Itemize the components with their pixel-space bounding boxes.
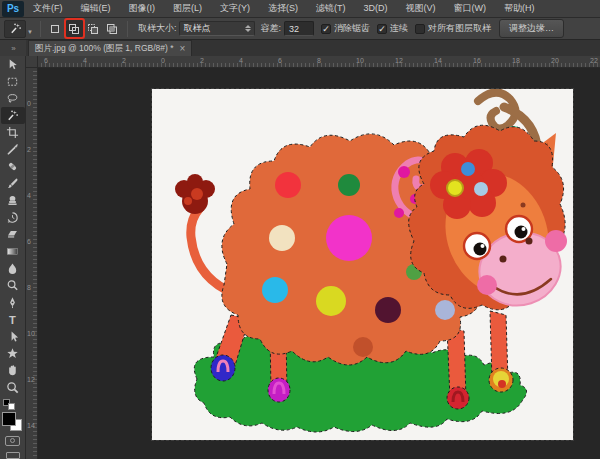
ruler-label: 12: [27, 376, 35, 383]
tool-magic-wand[interactable]: [1, 107, 25, 124]
contiguous-label: 连续: [390, 22, 408, 35]
document-tab[interactable]: 图片.jpg @ 100% (图层 1, RGB/8#) * ×: [28, 40, 192, 56]
ruler-label: 0: [161, 57, 165, 64]
screen-mode-icon[interactable]: [6, 452, 20, 459]
ruler-label: 6: [44, 57, 48, 64]
contiguous-checkbox[interactable]: ✓: [377, 24, 387, 34]
tool-lasso[interactable]: [1, 90, 25, 107]
polka-dot: [262, 277, 288, 303]
toolbar-collapse-button[interactable]: »: [0, 40, 26, 56]
ruler-label: 2: [27, 146, 31, 153]
menu-y[interactable]: 文字(Y): [211, 0, 259, 17]
separator: [127, 21, 128, 37]
ruler-label: 10: [356, 57, 364, 64]
anti-alias-checkbox[interactable]: ✓: [321, 24, 331, 34]
separator: [40, 21, 41, 37]
sample-all-layers-label: 对所有图层取样: [428, 22, 491, 35]
flower-dot-yellow: [447, 180, 463, 196]
tool-dodge[interactable]: [1, 277, 25, 294]
tool-hand[interactable]: [1, 362, 25, 379]
tool-eyedropper[interactable]: [1, 141, 25, 158]
ruler-label: 8: [27, 284, 31, 291]
ruler-label: 14: [434, 57, 442, 64]
polka-dot: [269, 225, 295, 251]
photoshop-logo: Ps: [2, 1, 24, 17]
polka-dot: [435, 300, 455, 320]
add-to-selection-button[interactable]: [66, 20, 83, 37]
menu-f[interactable]: 文件(F): [24, 0, 72, 17]
tool-pen[interactable]: [1, 294, 25, 311]
document-canvas[interactable]: [152, 89, 573, 440]
tool-options-bar: ▼ 取样大小: 取样点 容差: 32 ✓ 消除锯齿 ✓ 连续 对所有图层取样 调…: [0, 18, 600, 40]
cheek-left: [477, 275, 497, 295]
tool-path-selection[interactable]: [1, 328, 25, 345]
ruler-label: 2: [122, 57, 126, 64]
svg-text:T: T: [9, 314, 16, 326]
menu-h[interactable]: 帮助(H): [495, 0, 544, 17]
tool-spot-healing-brush[interactable]: [1, 158, 25, 175]
menu-s[interactable]: 选择(S): [259, 0, 307, 17]
tool-gradient[interactable]: [1, 243, 25, 260]
menu-l[interactable]: 图层(L): [164, 0, 211, 17]
menu-v[interactable]: 视图(V): [397, 0, 445, 17]
tool-rectangular-marquee[interactable]: [1, 73, 25, 90]
menu-items: 文件(F)编辑(E)图像(I)图层(L)文字(Y)选择(S)滤镜(T)3D(D)…: [24, 0, 544, 17]
tool-type[interactable]: T: [1, 311, 25, 328]
intersect-selection-button[interactable]: [104, 20, 121, 37]
ruler-label: 6: [27, 238, 31, 245]
ruler-label: 10: [27, 330, 35, 337]
ruler-corner: [26, 56, 38, 68]
swap-colors-icon[interactable]: [8, 403, 15, 410]
sample-size-dropdown[interactable]: 取样点: [179, 21, 255, 36]
close-icon[interactable]: ×: [180, 44, 186, 54]
ruler-label: 6: [278, 57, 282, 64]
refine-edge-button[interactable]: 调整边缘…: [499, 19, 564, 38]
polka-dot: [326, 215, 372, 261]
ruler-label: 4: [239, 57, 243, 64]
polka-dot: [275, 172, 301, 198]
ruler-label: 16: [473, 57, 481, 64]
document-tab-title: 图片.jpg @ 100% (图层 1, RGB/8#) *: [35, 43, 174, 55]
anti-alias-label: 消除锯齿: [334, 22, 370, 35]
polka-dot: [375, 297, 401, 323]
tool-eraser[interactable]: [1, 226, 25, 243]
sample-all-layers-checkbox[interactable]: [415, 24, 425, 34]
tool-crop[interactable]: [1, 124, 25, 141]
menu-i[interactable]: 图像(I): [120, 0, 165, 17]
chevron-down-icon[interactable]: ▼: [27, 29, 33, 35]
magic-wand-tool-icon[interactable]: [4, 20, 26, 38]
flower-dot-lightblue: [474, 182, 488, 196]
polka-dot: [338, 174, 360, 196]
cheek-right: [545, 230, 567, 252]
tool-history-brush[interactable]: [1, 209, 25, 226]
tools-palette: T: [0, 56, 26, 459]
tool-custom-shape[interactable]: [1, 345, 25, 362]
red-annotation-box: [64, 18, 85, 39]
ruler-label: 2: [200, 57, 204, 64]
subtract-from-selection-button[interactable]: [85, 20, 102, 37]
color-swatches: [1, 399, 25, 430]
tool-move[interactable]: [1, 56, 25, 73]
tools-list: T: [1, 56, 25, 396]
tool-clone-stamp[interactable]: [1, 192, 25, 209]
tolerance-input[interactable]: 32: [284, 21, 314, 36]
menu-e[interactable]: 编辑(E): [72, 0, 120, 17]
ruler-label: 12: [395, 57, 403, 64]
document-tab-bar: 图片.jpg @ 100% (图层 1, RGB/8#) * ×: [26, 40, 600, 56]
photoshop-window: Ps 文件(F)编辑(E)图像(I)图层(L)文字(Y)选择(S)滤镜(T)3D…: [0, 0, 600, 459]
ruler-label: 14: [27, 422, 35, 429]
menu-dd[interactable]: 3D(D): [355, 0, 397, 17]
ruler-label: 0: [27, 100, 31, 107]
polka-dot: [353, 337, 373, 357]
menu-w[interactable]: 窗口(W): [445, 0, 496, 17]
new-selection-button[interactable]: [47, 20, 64, 37]
tail-tip: [175, 174, 215, 214]
tool-brush[interactable]: [1, 175, 25, 192]
quick-mask-icon[interactable]: [5, 436, 20, 446]
menu-t[interactable]: 滤镜(T): [307, 0, 355, 17]
polka-dot: [316, 286, 346, 316]
ruler-label: 22: [590, 57, 598, 64]
tool-zoom[interactable]: [1, 379, 25, 396]
tool-blur[interactable]: [1, 260, 25, 277]
foreground-color-swatch[interactable]: [2, 412, 16, 426]
